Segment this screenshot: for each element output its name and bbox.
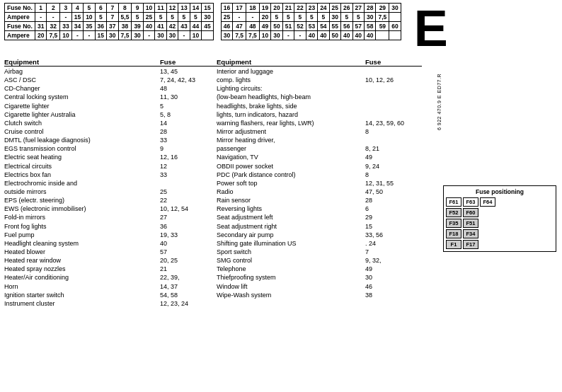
- table-value-cell: 25: [221, 13, 232, 22]
- table-value-cell: 53: [306, 22, 317, 31]
- equipment-name: Instrument cluster: [4, 299, 160, 308]
- equipment-fuse: 33, 56: [365, 231, 422, 239]
- equipment-name: Electrical circuits: [4, 162, 160, 171]
- table-value-cell: [202, 31, 213, 40]
- table-value-cell: -: [294, 31, 306, 40]
- equipment-fuse: 12, 16: [160, 153, 217, 161]
- equipment-fuse: 13, 45: [160, 67, 217, 76]
- equipment-name: Clutch switch: [4, 119, 160, 127]
- equipment-name: Fold-in mirrors: [4, 213, 160, 221]
- list-item: Fold-in mirrors27: [4, 213, 217, 221]
- table-value-cell: 15: [95, 31, 106, 40]
- equipment-name: Fuel pump: [4, 231, 160, 239]
- table-value-cell: 16: [221, 4, 232, 13]
- list-item: OBDII power socket9, 24: [217, 162, 422, 171]
- list-item: (low-beam headlights, high-beam: [217, 93, 422, 101]
- list-item: PDC (Park distance control)8: [217, 171, 422, 179]
- table-value-cell: 24: [318, 4, 329, 13]
- list-item: Sport switch7: [217, 248, 422, 256]
- table-value-cell: 31: [35, 22, 46, 31]
- table-value-cell: 7,5: [246, 31, 259, 40]
- equipment-name: Sport switch: [217, 248, 365, 256]
- equipment-fuse: 15: [365, 222, 422, 231]
- table-value-cell: 5: [155, 13, 166, 22]
- table-value-cell: 40: [352, 31, 364, 40]
- equipment-name: Electrochromic inside and: [4, 179, 160, 188]
- fuse-diagram-row: F61F63F64: [446, 197, 554, 207]
- table-value-cell: 20: [259, 13, 270, 22]
- equipment-fuse: 47, 50: [365, 188, 422, 196]
- list-item: Electric seat heating12, 16: [4, 153, 217, 161]
- table-value-cell: 46: [221, 22, 232, 31]
- table-value-cell: -: [143, 31, 154, 40]
- equipment-name: Shifting gate illumination US: [217, 239, 365, 248]
- table-value-cell: 40: [318, 31, 329, 40]
- equipment-name: DMTL (fuel leakage diagnosis): [4, 136, 160, 144]
- equipment-fuse: 14: [160, 119, 217, 127]
- equipment-name: Interior and luggage: [217, 67, 365, 76]
- equipment-fuse: 6: [365, 204, 422, 213]
- equipment-name: Navigation, TV: [217, 153, 365, 161]
- equipment-name: (low-beam headlights, high-beam: [217, 93, 365, 101]
- equipment-name: Airbag: [4, 67, 160, 76]
- table-value-cell: 33: [60, 22, 71, 31]
- table-value-cell: 9: [132, 4, 143, 13]
- table-value-cell: 44: [190, 22, 201, 31]
- fuse-diagram-title: Fuse positioning: [446, 188, 554, 195]
- table-value-cell: 50: [271, 22, 282, 31]
- equipment-name: PDC (Park distance control): [217, 171, 365, 179]
- list-item: Lighting circuits:: [217, 84, 422, 93]
- table-value-cell: 42: [166, 22, 178, 31]
- equipment-name: warning flashers, rear lights, LWR): [217, 119, 365, 127]
- equipment-name: Heater/Air conditioning: [4, 273, 160, 282]
- table-value-cell: 22: [294, 4, 306, 13]
- table-value-cell: 5: [271, 13, 282, 22]
- fuse-diagram: Fuse positioning F61F63F64F52F60F35F51F1…: [443, 185, 556, 252]
- table-value-cell: 5: [84, 4, 95, 13]
- list-item: Horn14, 37: [4, 282, 217, 291]
- list-item: Electrics box fan33: [4, 171, 217, 179]
- list-item: Headlight cleaning system40: [4, 239, 217, 248]
- table-value-cell: 59: [376, 22, 389, 31]
- equipment-name: Mirror adjustment: [217, 127, 365, 136]
- table-value-cell: 6: [95, 4, 106, 13]
- list-item: Radio47, 50: [217, 188, 422, 196]
- right-fuse-header: Fuse: [365, 58, 422, 66]
- equipment-fuse: 10, 12, 54: [160, 204, 217, 213]
- table-value-cell: -: [282, 31, 294, 40]
- table-value-cell: 20: [35, 31, 46, 40]
- list-item: Power soft top12, 31, 55: [217, 179, 422, 188]
- fuse-diagram-grid: F61F63F64F52F60F35F51F18F34F1F17: [446, 197, 554, 249]
- table-value-cell: 37: [107, 22, 118, 31]
- equipment-name: Cigarette lighter: [4, 102, 160, 110]
- list-item: Thiefproofing system30: [217, 273, 422, 282]
- equipment-fuse: 48: [160, 84, 217, 93]
- equipment-fuse: 14, 37: [160, 282, 217, 291]
- table-value-cell: 12: [166, 4, 178, 13]
- list-item: Reversing lights6: [217, 204, 422, 213]
- left-col-header: Equipment Fuse: [4, 58, 217, 67]
- list-item: Front fog lights36: [4, 222, 217, 231]
- equipment-fuse: [365, 136, 422, 144]
- equipment-name: EGS transmission control: [4, 144, 160, 153]
- equipment-fuse: 36: [160, 222, 217, 231]
- table-value-cell: 49: [259, 22, 270, 31]
- equipment-fuse: [365, 110, 422, 119]
- table-value-cell: 13: [178, 4, 190, 13]
- table-value-cell: 7,5: [118, 31, 132, 40]
- equipment-fuse: 10, 12, 26: [365, 76, 422, 84]
- equipment-name: Reversing lights: [217, 204, 365, 213]
- equipment-name: Thiefproofing system: [217, 273, 365, 282]
- table-value-cell: 41: [155, 22, 166, 31]
- table-value-cell: 30: [166, 31, 178, 40]
- table-value-cell: 5: [318, 13, 329, 22]
- fuse-box-f52: F52: [446, 208, 461, 217]
- list-item: Heated spray nozzles21: [4, 265, 217, 273]
- list-item: Fuel pump19, 33: [4, 231, 217, 239]
- list-item: EPS (electr. steering)22: [4, 196, 217, 204]
- right-fuse-table-section: 16171819202122232425262728293025--205555…: [221, 3, 401, 54]
- left-equipment-list: Airbag13, 45ASC / DSC7, 24, 42, 43CD-Cha…: [4, 67, 217, 308]
- list-item: Wipe-Wash system38: [217, 291, 422, 299]
- list-item: Heated rear window20, 25: [4, 256, 217, 265]
- table-value-cell: [389, 31, 401, 40]
